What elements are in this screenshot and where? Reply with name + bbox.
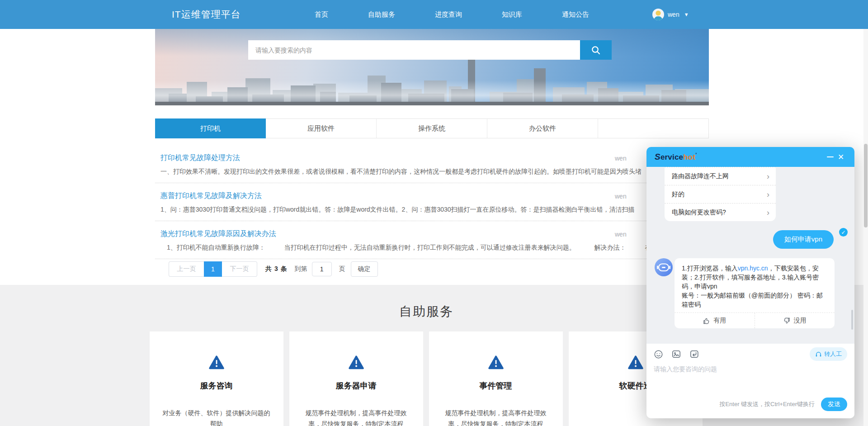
feedback-bar: 有用 没用 bbox=[675, 312, 835, 328]
suggestion-item[interactable]: 路由器故障连不上网 › bbox=[665, 167, 776, 185]
tab-office-software[interactable]: 办公软件 bbox=[487, 119, 598, 138]
suggestion-list: 路由器故障连不上网 › 好的 › 电脑如何更改密码? › bbox=[665, 167, 776, 221]
service-card-desc: 规范事件处理机制，提高事件处理效率，尽快恢复服务，特制定本流程 bbox=[301, 407, 411, 426]
service-card-desc: 规范事件处理机制，提高事件处理效率，尽快恢复服务，特制定本流程 bbox=[441, 407, 551, 426]
goto-confirm-button[interactable]: 确定 bbox=[351, 261, 378, 277]
chevron-right-icon: › bbox=[767, 172, 769, 180]
service-cards: 服务咨询 对业务（硬件、软件）提供解决问题的帮助 服务器申请 规范事件处理机制，… bbox=[150, 331, 703, 426]
chat-scrollbar[interactable] bbox=[851, 310, 853, 330]
suggestion-label: 好的 bbox=[672, 190, 684, 199]
article-author: wen bbox=[615, 231, 627, 238]
suggestion-item[interactable]: 电脑如何更改密码? › bbox=[665, 203, 776, 221]
chat-header: Servicehot’ ✕ bbox=[646, 147, 854, 167]
delivered-check-icon: ✓ bbox=[839, 228, 848, 237]
minimize-button[interactable] bbox=[825, 151, 835, 162]
minimize-icon bbox=[827, 156, 834, 157]
article-list: 打印机常见故障处理方法 wen 一、打印效果不清晰。发现打印出的文件效果很差，或… bbox=[155, 151, 709, 265]
bot-message-bubble: 1.打开浏览器，输入vpn.hyc.cn，下载安装包，安装；2.打开软件，填写服… bbox=[675, 258, 835, 328]
article-item: 惠普打印机常见故障及解决方法 wen 1、问：惠普3030打印普通文档没问题，打… bbox=[155, 189, 709, 221]
pagination: 上一页 1 下一页 共 3 条 到第 页 确定 bbox=[169, 261, 378, 277]
warning-triangle-icon bbox=[208, 355, 225, 369]
headset-icon bbox=[815, 351, 822, 358]
bot-message-text: 1.打开浏览器，输入vpn.hyc.cn，下载安装包，安装；2.打开软件，填写服… bbox=[682, 264, 827, 309]
send-button[interactable]: 发送 bbox=[821, 398, 847, 411]
article-author: wen bbox=[615, 193, 627, 200]
thumbs-up-icon bbox=[703, 317, 710, 325]
user-message-row: 如何申请vpn ✓ bbox=[646, 230, 854, 249]
service-card-title: 事件管理 bbox=[429, 380, 563, 391]
chevron-right-icon: › bbox=[767, 208, 769, 217]
nav-item-progress-query[interactable]: 进度查询 bbox=[435, 10, 462, 19]
article-title-link[interactable]: 激光打印机常见故障原因及解决办法 bbox=[160, 230, 276, 237]
prev-page-button[interactable]: 上一页 bbox=[169, 261, 204, 277]
file-transfer-icon[interactable] bbox=[689, 349, 699, 359]
service-card-incident[interactable]: 事件管理 规范事件处理机制，提高事件处理效率，尽快恢复服务，特制定本流程 bbox=[429, 331, 563, 426]
warning-triangle-icon bbox=[488, 355, 504, 369]
user-message-bubble: 如何申请vpn bbox=[773, 230, 834, 249]
nav-menu: 首页 自助服务 进度查询 知识库 通知公告 bbox=[315, 0, 589, 29]
tab-operating-system[interactable]: 操作系统 bbox=[377, 119, 487, 138]
chat-composer: 转人工 请输入您要咨询的问题 按Enter 键发送，按Ctrl+Enter键换行… bbox=[646, 344, 854, 418]
article-title-link[interactable]: 惠普打印机常见故障及解决方法 bbox=[160, 192, 262, 199]
service-card-title: 服务咨询 bbox=[150, 380, 283, 391]
article-author: wen bbox=[615, 155, 627, 162]
article-item: 打印机常见故障处理方法 wen 一、打印效果不清晰。发现打印出的文件效果很差，或… bbox=[155, 151, 709, 183]
nav-item-knowledge-base[interactable]: 知识库 bbox=[502, 10, 522, 19]
useful-button[interactable]: 有用 bbox=[675, 313, 755, 328]
total-count: 共 3 条 bbox=[265, 265, 288, 273]
article-excerpt: 1、打印机不能自动重新换行故障： 当打印机在打印过程中，无法自动重新换行时，打印… bbox=[160, 244, 703, 252]
search-input[interactable] bbox=[248, 40, 580, 60]
suggestion-label: 电脑如何更改密码? bbox=[672, 208, 726, 217]
category-tabs: 打印机 应用软件 操作系统 办公软件 bbox=[155, 118, 709, 138]
page-number-1[interactable]: 1 bbox=[204, 261, 222, 277]
thumbs-down-icon bbox=[783, 317, 791, 325]
chevron-right-icon: › bbox=[767, 190, 769, 199]
service-card-consult[interactable]: 服务咨询 对业务（硬件、软件）提供解决问题的帮助 bbox=[150, 331, 283, 426]
hero-banner bbox=[155, 29, 709, 105]
send-hint: 按Enter 键发送，按Ctrl+Enter键换行 bbox=[719, 400, 815, 408]
vpn-link[interactable]: vpn.hyc.cn bbox=[738, 265, 768, 272]
section-title: 自助服务 bbox=[150, 285, 703, 320]
article-item: 激光打印机常见故障原因及解决办法 wen 1、打印机不能自动重新换行故障： 当打… bbox=[155, 227, 709, 259]
emoji-icon[interactable] bbox=[654, 350, 663, 359]
image-upload-icon[interactable] bbox=[671, 349, 681, 359]
tab-printer[interactable]: 打印机 bbox=[155, 118, 266, 138]
search-bar bbox=[248, 40, 612, 60]
suggestion-label: 路由器故障连不上网 bbox=[672, 172, 729, 180]
goto-label: 到第 bbox=[295, 265, 307, 273]
bot-avatar bbox=[655, 258, 673, 276]
service-card-desc: 对业务（硬件、软件）提供解决问题的帮助 bbox=[161, 407, 272, 426]
close-icon[interactable]: ✕ bbox=[835, 151, 846, 162]
city-skyline-image bbox=[155, 53, 709, 105]
tab-application-software[interactable]: 应用软件 bbox=[266, 119, 377, 138]
service-card-server-request[interactable]: 服务器申请 规范事件处理机制，提高事件处理效率，尽快恢复服务，特制定本流程 bbox=[289, 331, 423, 426]
chevron-down-icon: ▼ bbox=[684, 12, 689, 17]
suggestion-item[interactable]: 好的 › bbox=[665, 185, 776, 203]
user-avatar bbox=[652, 9, 664, 20]
page-scrollbar[interactable] bbox=[863, 29, 868, 426]
top-nav: IT运维管理平台 首页 自助服务 进度查询 知识库 通知公告 wen ▼ bbox=[0, 0, 868, 29]
chat-widget: Servicehot’ ✕ 路由器故障连不上网 › 好的 › 电脑如何更改密码?… bbox=[646, 147, 854, 418]
next-page-button[interactable]: 下一页 bbox=[222, 261, 257, 277]
page-unit-label: 页 bbox=[339, 265, 345, 273]
warning-triangle-icon bbox=[348, 355, 364, 369]
search-icon bbox=[591, 45, 601, 55]
nav-item-home[interactable]: 首页 bbox=[315, 10, 328, 19]
chat-input[interactable]: 请输入您要咨询的问题 bbox=[654, 365, 847, 374]
article-title-link[interactable]: 打印机常见故障处理方法 bbox=[160, 154, 240, 161]
app-title: IT运维管理平台 bbox=[172, 0, 241, 29]
nav-item-self-service[interactable]: 自助服务 bbox=[368, 10, 395, 19]
page: IT运维管理平台 首页 自助服务 进度查询 知识库 通知公告 wen ▼ bbox=[0, 0, 868, 426]
search-button[interactable] bbox=[580, 40, 612, 60]
service-card-title: 服务器申请 bbox=[289, 380, 423, 391]
transfer-to-agent-button[interactable]: 转人工 bbox=[810, 347, 847, 361]
goto-page-input[interactable] bbox=[312, 262, 332, 276]
bot-message-row: 1.打开浏览器，输入vpn.hyc.cn，下载安装包，安装；2.打开软件，填写服… bbox=[646, 258, 854, 328]
useless-button[interactable]: 没用 bbox=[755, 313, 835, 328]
nav-item-notices[interactable]: 通知公告 bbox=[562, 10, 589, 19]
chat-message-area: 路由器故障连不上网 › 好的 › 电脑如何更改密码? › 如何申请vpn ✓ bbox=[646, 167, 854, 344]
user-name: wen bbox=[668, 11, 679, 18]
servicehot-logo: Servicehot’ bbox=[655, 152, 697, 162]
user-menu[interactable]: wen ▼ bbox=[652, 0, 689, 29]
scrollbar-thumb[interactable] bbox=[864, 144, 868, 227]
